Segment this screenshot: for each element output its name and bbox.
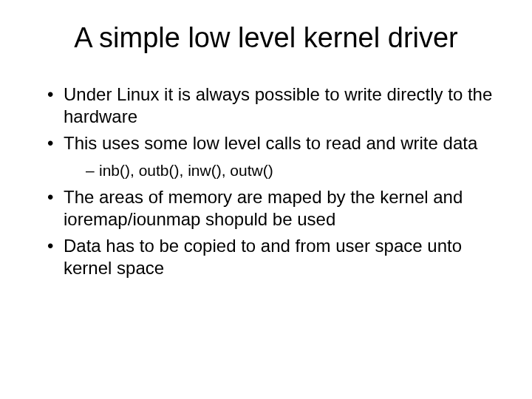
sub-list: inb(), outb(), inw(), outw(): [64, 160, 502, 180]
sub-list-item: inb(), outb(), inw(), outw(): [86, 160, 502, 180]
bullet-text: Under Linux it is always possible to wri…: [64, 84, 492, 126]
bullet-list: Under Linux it is always possible to wri…: [30, 83, 502, 279]
list-item: This uses some low level calls to read a…: [47, 132, 502, 180]
list-item: The areas of memory are maped by the ker…: [47, 186, 502, 231]
bullet-text: Data has to be copied to and from user s…: [64, 236, 462, 278]
list-item: Data has to be copied to and from user s…: [47, 235, 502, 279]
bullet-text: This uses some low level calls to read a…: [64, 133, 477, 153]
sub-bullet-text: inb(), outb(), inw(), outw(): [99, 162, 273, 179]
bullet-text: The areas of memory are maped by the ker…: [64, 187, 463, 229]
slide-title: A simple low level kernel driver: [30, 22, 502, 54]
list-item: Under Linux it is always possible to wri…: [47, 83, 502, 128]
slide: A simple low level kernel driver Under L…: [0, 0, 532, 399]
